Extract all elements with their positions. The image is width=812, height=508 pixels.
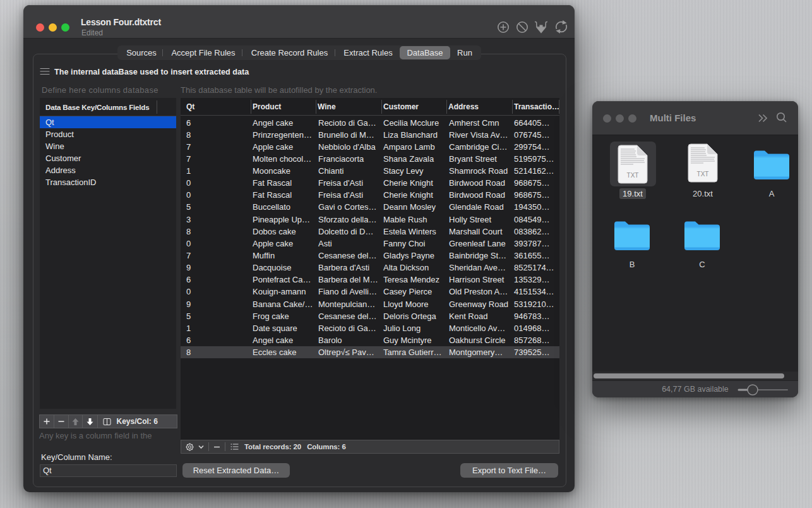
svg-text:TXT: TXT (627, 172, 639, 179)
svg-text:TXT: TXT (697, 171, 709, 178)
